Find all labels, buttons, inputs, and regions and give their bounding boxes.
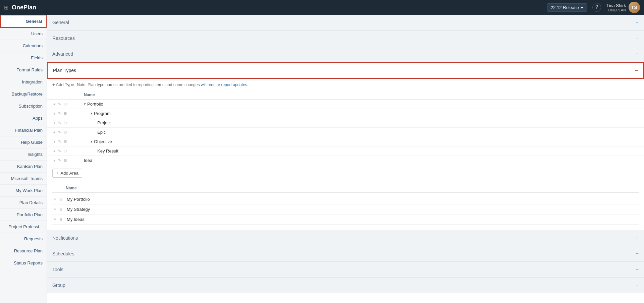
tree-edit-icon-project[interactable]: ✎: [57, 120, 62, 126]
tree-delete-icon-key-result[interactable]: ⊟: [63, 148, 68, 154]
user-org: ONEPLAN: [606, 8, 626, 12]
sidebar-item-project-professi[interactable]: Project Professi...: [0, 221, 47, 233]
sidebar-item-microsoft-teams[interactable]: Microsoft Teams: [0, 173, 47, 185]
sidebar-item-resource-plan[interactable]: Resource Plan: [0, 245, 47, 257]
area-delete-icon-my-portfolio[interactable]: ⊟: [58, 196, 63, 202]
chevron-objective[interactable]: ▾: [91, 139, 93, 144]
sidebar-item-integration[interactable]: Integration: [0, 76, 47, 88]
sidebar-item-subscription[interactable]: Subscription: [0, 100, 47, 112]
accordion-header-group[interactable]: Group +: [47, 278, 644, 293]
tree-actions-portfolio: + ✎ ⊟: [47, 101, 77, 107]
tree-name-key-result: Key Result: [77, 148, 644, 154]
sidebar-item-backup-restore[interactable]: Backup/Restore: [0, 88, 47, 100]
tree-delete-icon-idea[interactable]: ⊟: [63, 158, 68, 163]
accordion-toggle-schedules[interactable]: +: [636, 251, 639, 257]
sidebar: General Users Calendars Fields Format Ru…: [0, 15, 47, 303]
tree-add-icon-idea[interactable]: +: [52, 158, 56, 163]
area-icons-my-strategy: ✎ ⊟: [52, 206, 63, 212]
add-type-bar: + Add Type Note: Plan type names are tie…: [47, 79, 644, 90]
area-name-my-portfolio: My Portfolio: [65, 197, 90, 202]
accordion-toggle-general[interactable]: +: [636, 19, 639, 25]
user-menu[interactable]: Tina Shirk ONEPLAN TS: [606, 2, 640, 13]
sidebar-item-calendars[interactable]: Calendars: [0, 40, 47, 52]
accordion-header-resources[interactable]: Resources +: [47, 31, 644, 46]
tree-edit-icon-program[interactable]: ✎: [57, 111, 62, 116]
accordion-header-schedules[interactable]: Schedules +: [47, 246, 644, 261]
avatar[interactable]: TS: [629, 2, 640, 13]
tree-add-icon-key-result[interactable]: +: [52, 148, 56, 154]
grid-icon[interactable]: ⊞: [4, 4, 8, 11]
tree-add-icon-objective[interactable]: +: [52, 139, 56, 144]
tree-edit-icon-epic[interactable]: ✎: [57, 129, 62, 135]
tree-delete-icon-project[interactable]: ⊟: [63, 120, 68, 126]
sidebar-item-plan-details[interactable]: Plan Details: [0, 197, 47, 209]
accordion-toggle-advanced[interactable]: +: [636, 51, 639, 57]
accordion-header-plan-types[interactable]: Plan Types –: [47, 62, 644, 79]
tree-row-objective: + ✎ ⊟ ▾ Objective: [47, 137, 644, 146]
accordion-toggle-resources[interactable]: +: [636, 35, 639, 41]
area-edit-icon-my-ideas[interactable]: ✎: [52, 217, 57, 222]
sidebar-item-my-work-plan[interactable]: My Work Plan: [0, 185, 47, 197]
release-selector[interactable]: 22.12 Release ▾: [547, 3, 587, 12]
area-delete-icon-my-ideas[interactable]: ⊟: [58, 217, 63, 222]
area-icons-my-portfolio: ✎ ⊟: [52, 196, 63, 202]
tree-add-icon-project[interactable]: +: [52, 120, 56, 126]
sidebar-item-fields[interactable]: Fields: [0, 52, 47, 64]
accordion-header-advanced[interactable]: Advanced +: [47, 46, 644, 62]
area-edit-icon-my-strategy[interactable]: ✎: [52, 206, 57, 212]
tree-name-idea: Idea: [77, 158, 644, 163]
sidebar-item-users[interactable]: Users: [0, 28, 47, 40]
note-link[interactable]: will require report updates.: [201, 82, 248, 87]
accordion-toggle-tools[interactable]: +: [636, 266, 639, 272]
user-info: Tina Shirk ONEPLAN: [606, 3, 626, 12]
app-logo[interactable]: OnePlan: [12, 4, 36, 11]
sidebar-item-general[interactable]: General: [0, 15, 47, 28]
accordion-toggle-group[interactable]: +: [636, 282, 639, 288]
tree-delete-icon[interactable]: ⊟: [63, 101, 68, 107]
chevron-portfolio[interactable]: ▾: [84, 102, 86, 106]
accordion-label-schedules: Schedules: [52, 251, 74, 256]
area-edit-icon-my-portfolio[interactable]: ✎: [52, 196, 57, 202]
add-area-label: Add Area: [61, 171, 79, 176]
release-chevron: ▾: [581, 5, 583, 10]
tree-edit-icon-idea[interactable]: ✎: [57, 158, 62, 163]
tree-delete-icon-objective[interactable]: ⊟: [63, 139, 68, 144]
accordion-label-general: General: [52, 20, 69, 25]
sidebar-item-insights[interactable]: Insights: [0, 148, 47, 161]
accordion-header-notifications[interactable]: Notifications +: [47, 230, 644, 246]
tree-edit-icon[interactable]: ✎: [57, 101, 62, 107]
add-area-button[interactable]: + Add Area: [52, 169, 82, 178]
sidebar-item-requests[interactable]: Requests: [0, 233, 47, 245]
tree-add-icon-epic[interactable]: +: [52, 130, 56, 135]
add-type-button[interactable]: + Add Type: [52, 82, 74, 87]
area-delete-icon-my-strategy[interactable]: ⊟: [58, 206, 63, 212]
sidebar-item-portfolio-plan[interactable]: Portfolio Plan: [0, 209, 47, 221]
tree-edit-icon-objective[interactable]: ✎: [57, 139, 62, 144]
accordion-general: General +: [47, 15, 644, 31]
tree-delete-icon-program[interactable]: ⊟: [63, 111, 68, 116]
sidebar-item-status-reports[interactable]: Status Reports: [0, 257, 47, 269]
sidebar-item-help-guide[interactable]: Help Guide: [0, 136, 47, 148]
accordion-toggle-plan-types[interactable]: –: [635, 67, 638, 73]
chevron-program[interactable]: ▾: [91, 111, 93, 116]
add-area-icon: +: [56, 171, 59, 176]
sidebar-item-apps[interactable]: Apps: [0, 112, 47, 124]
topbar-left: ⊞ OnePlan: [4, 4, 36, 11]
tree-delete-icon-epic[interactable]: ⊟: [63, 129, 68, 135]
sidebar-item-kanban-plan[interactable]: KanBan Plan: [0, 161, 47, 173]
layout: General Users Calendars Fields Format Ru…: [0, 15, 644, 303]
accordion-header-tools[interactable]: Tools +: [47, 262, 644, 277]
accordion-toggle-notifications[interactable]: +: [636, 235, 639, 241]
tree-header-name: Name: [47, 90, 644, 100]
sidebar-item-format-rules[interactable]: Format Rules: [0, 64, 47, 76]
topbar: ⊞ OnePlan 22.12 Release ▾ ? Tina Shirk O…: [0, 0, 644, 15]
tree-name-objective: ▾ Objective: [77, 139, 644, 144]
tree-add-icon-program[interactable]: +: [52, 111, 56, 116]
tree-edit-icon-key-result[interactable]: ✎: [57, 148, 62, 154]
tree-add-icon[interactable]: +: [52, 102, 56, 107]
accordion-header-general[interactable]: General +: [47, 15, 644, 30]
help-button[interactable]: ?: [592, 3, 601, 12]
accordion-label-tools: Tools: [52, 267, 63, 272]
sidebar-item-financial-plan[interactable]: Financial Plan: [0, 124, 47, 136]
areas-table: Name ✎ ⊟ My Portfolio ✎ ⊟: [52, 184, 639, 225]
